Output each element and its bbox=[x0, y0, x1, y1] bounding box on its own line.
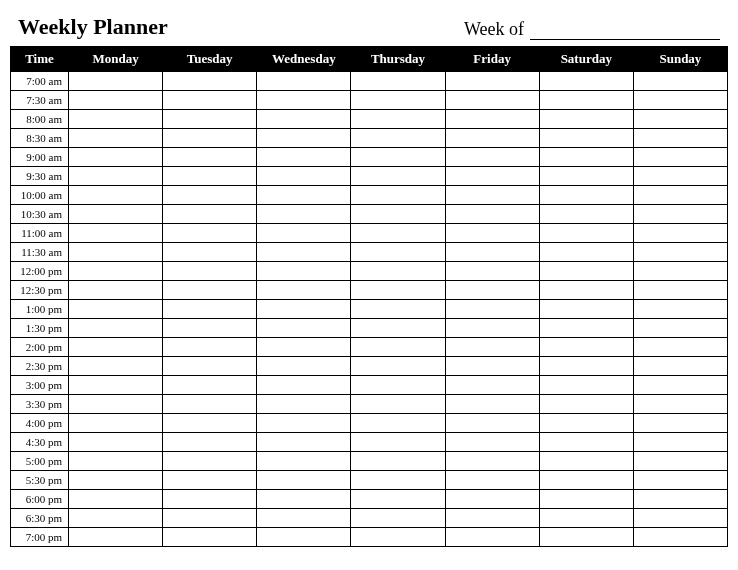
slot-cell[interactable] bbox=[69, 319, 163, 338]
slot-cell[interactable] bbox=[163, 509, 257, 528]
slot-cell[interactable] bbox=[69, 110, 163, 129]
slot-cell[interactable] bbox=[539, 528, 633, 547]
slot-cell[interactable] bbox=[257, 186, 351, 205]
slot-cell[interactable] bbox=[633, 205, 727, 224]
slot-cell[interactable] bbox=[257, 167, 351, 186]
slot-cell[interactable] bbox=[163, 338, 257, 357]
slot-cell[interactable] bbox=[257, 452, 351, 471]
slot-cell[interactable] bbox=[539, 376, 633, 395]
slot-cell[interactable] bbox=[163, 300, 257, 319]
slot-cell[interactable] bbox=[69, 471, 163, 490]
slot-cell[interactable] bbox=[539, 224, 633, 243]
slot-cell[interactable] bbox=[69, 205, 163, 224]
slot-cell[interactable] bbox=[257, 357, 351, 376]
slot-cell[interactable] bbox=[351, 528, 445, 547]
slot-cell[interactable] bbox=[351, 490, 445, 509]
slot-cell[interactable] bbox=[539, 281, 633, 300]
slot-cell[interactable] bbox=[163, 433, 257, 452]
slot-cell[interactable] bbox=[445, 452, 539, 471]
weekof-blank-line[interactable] bbox=[530, 26, 720, 40]
slot-cell[interactable] bbox=[633, 300, 727, 319]
slot-cell[interactable] bbox=[257, 528, 351, 547]
slot-cell[interactable] bbox=[257, 205, 351, 224]
slot-cell[interactable] bbox=[539, 490, 633, 509]
slot-cell[interactable] bbox=[351, 319, 445, 338]
slot-cell[interactable] bbox=[633, 148, 727, 167]
slot-cell[interactable] bbox=[633, 110, 727, 129]
slot-cell[interactable] bbox=[163, 281, 257, 300]
slot-cell[interactable] bbox=[633, 433, 727, 452]
slot-cell[interactable] bbox=[257, 224, 351, 243]
slot-cell[interactable] bbox=[257, 338, 351, 357]
slot-cell[interactable] bbox=[633, 528, 727, 547]
slot-cell[interactable] bbox=[351, 110, 445, 129]
slot-cell[interactable] bbox=[257, 243, 351, 262]
slot-cell[interactable] bbox=[69, 129, 163, 148]
slot-cell[interactable] bbox=[539, 72, 633, 91]
slot-cell[interactable] bbox=[445, 91, 539, 110]
slot-cell[interactable] bbox=[69, 452, 163, 471]
slot-cell[interactable] bbox=[69, 224, 163, 243]
slot-cell[interactable] bbox=[445, 148, 539, 167]
slot-cell[interactable] bbox=[351, 395, 445, 414]
slot-cell[interactable] bbox=[257, 471, 351, 490]
slot-cell[interactable] bbox=[351, 376, 445, 395]
slot-cell[interactable] bbox=[69, 376, 163, 395]
slot-cell[interactable] bbox=[351, 262, 445, 281]
slot-cell[interactable] bbox=[539, 452, 633, 471]
slot-cell[interactable] bbox=[69, 148, 163, 167]
slot-cell[interactable] bbox=[163, 452, 257, 471]
slot-cell[interactable] bbox=[163, 186, 257, 205]
slot-cell[interactable] bbox=[163, 91, 257, 110]
slot-cell[interactable] bbox=[257, 433, 351, 452]
slot-cell[interactable] bbox=[69, 395, 163, 414]
slot-cell[interactable] bbox=[257, 110, 351, 129]
slot-cell[interactable] bbox=[69, 433, 163, 452]
slot-cell[interactable] bbox=[445, 433, 539, 452]
slot-cell[interactable] bbox=[351, 338, 445, 357]
slot-cell[interactable] bbox=[351, 129, 445, 148]
slot-cell[interactable] bbox=[351, 433, 445, 452]
slot-cell[interactable] bbox=[163, 224, 257, 243]
slot-cell[interactable] bbox=[633, 167, 727, 186]
slot-cell[interactable] bbox=[539, 509, 633, 528]
slot-cell[interactable] bbox=[633, 471, 727, 490]
slot-cell[interactable] bbox=[257, 129, 351, 148]
slot-cell[interactable] bbox=[445, 72, 539, 91]
slot-cell[interactable] bbox=[633, 509, 727, 528]
slot-cell[interactable] bbox=[163, 395, 257, 414]
slot-cell[interactable] bbox=[69, 338, 163, 357]
slot-cell[interactable] bbox=[351, 167, 445, 186]
slot-cell[interactable] bbox=[257, 509, 351, 528]
slot-cell[interactable] bbox=[257, 281, 351, 300]
slot-cell[interactable] bbox=[69, 72, 163, 91]
slot-cell[interactable] bbox=[539, 414, 633, 433]
slot-cell[interactable] bbox=[445, 319, 539, 338]
slot-cell[interactable] bbox=[539, 110, 633, 129]
slot-cell[interactable] bbox=[351, 357, 445, 376]
slot-cell[interactable] bbox=[163, 490, 257, 509]
slot-cell[interactable] bbox=[163, 110, 257, 129]
slot-cell[interactable] bbox=[539, 357, 633, 376]
slot-cell[interactable] bbox=[633, 72, 727, 91]
slot-cell[interactable] bbox=[351, 452, 445, 471]
slot-cell[interactable] bbox=[257, 148, 351, 167]
slot-cell[interactable] bbox=[539, 205, 633, 224]
slot-cell[interactable] bbox=[69, 300, 163, 319]
slot-cell[interactable] bbox=[257, 414, 351, 433]
slot-cell[interactable] bbox=[633, 490, 727, 509]
slot-cell[interactable] bbox=[257, 262, 351, 281]
slot-cell[interactable] bbox=[351, 72, 445, 91]
slot-cell[interactable] bbox=[351, 186, 445, 205]
slot-cell[interactable] bbox=[445, 414, 539, 433]
slot-cell[interactable] bbox=[351, 205, 445, 224]
slot-cell[interactable] bbox=[257, 490, 351, 509]
slot-cell[interactable] bbox=[539, 300, 633, 319]
slot-cell[interactable] bbox=[445, 376, 539, 395]
slot-cell[interactable] bbox=[633, 452, 727, 471]
slot-cell[interactable] bbox=[445, 357, 539, 376]
slot-cell[interactable] bbox=[445, 186, 539, 205]
slot-cell[interactable] bbox=[257, 91, 351, 110]
slot-cell[interactable] bbox=[539, 148, 633, 167]
slot-cell[interactable] bbox=[445, 471, 539, 490]
